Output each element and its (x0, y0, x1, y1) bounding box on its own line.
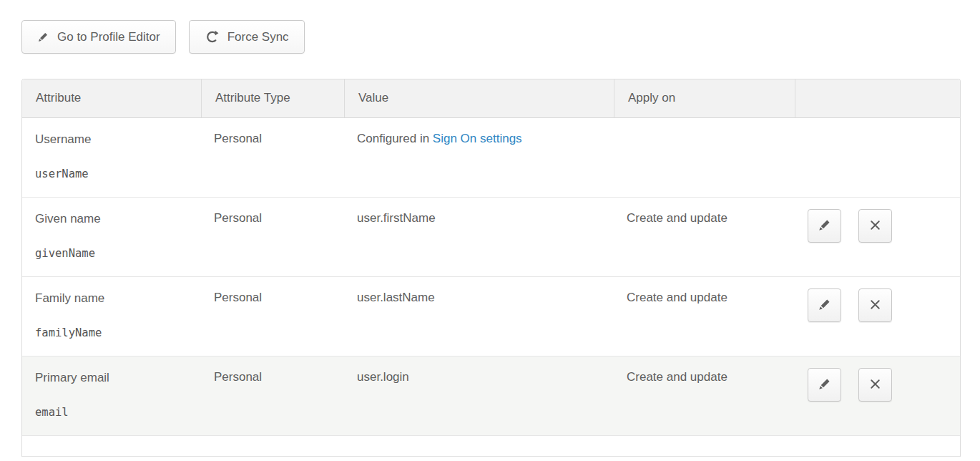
header-attribute-type: Attribute Type (201, 79, 344, 117)
edit-attribute-button[interactable] (808, 288, 841, 322)
attribute-mappings-screen: Go to Profile Editor Force Sync Attribut… (0, 0, 980, 461)
edit-attribute-button[interactable] (808, 209, 841, 243)
delete-attribute-button[interactable] (858, 368, 892, 402)
sign-on-settings-link[interactable]: Sign On settings (433, 132, 522, 145)
attribute-type-cell: Personal (201, 198, 344, 276)
attribute-cell: Family name familyName (22, 277, 201, 356)
attribute-cell: Given name givenName (22, 198, 201, 276)
edit-attribute-button[interactable] (808, 368, 841, 402)
attribute-cell: Username userName (22, 118, 201, 197)
table-row-partial (22, 436, 960, 457)
delete-attribute-button[interactable] (858, 288, 892, 322)
refresh-icon (205, 29, 220, 44)
attribute-type-cell: Personal (201, 356, 344, 435)
header-apply-on: Apply on (614, 79, 795, 117)
table-row-username: Username userName Personal Configured in… (22, 118, 960, 198)
close-icon (868, 297, 883, 314)
value-text: Configured in (357, 132, 433, 145)
attribute-label: Username (35, 132, 194, 147)
attribute-mapping-table: Attribute Attribute Type Value Apply on … (21, 79, 961, 457)
attribute-type-cell: Personal (201, 277, 344, 356)
value-cell: user.login (344, 356, 614, 435)
actions-cell (795, 277, 960, 356)
header-attribute: Attribute (22, 79, 201, 117)
value-cell: user.lastName (344, 277, 614, 356)
attribute-variable: email (35, 406, 194, 419)
value-cell: user.firstName (344, 198, 614, 276)
go-to-profile-editor-button[interactable]: Go to Profile Editor (21, 20, 176, 54)
pencil-icon (818, 297, 832, 314)
attribute-variable: userName (35, 168, 194, 180)
apply-on-cell: Create and update (614, 198, 795, 276)
actions-cell (795, 356, 960, 435)
close-icon (868, 377, 883, 394)
pencil-icon (818, 218, 832, 234)
attribute-type-cell: Personal (201, 118, 344, 197)
attribute-label: Primary email (35, 370, 194, 386)
actions-cell (795, 198, 960, 276)
apply-on-cell: Create and update (614, 277, 795, 356)
attribute-cell: Primary email email (22, 356, 201, 435)
attribute-variable: givenName (35, 247, 194, 260)
force-sync-label: Force Sync (227, 30, 289, 44)
pencil-icon (818, 377, 832, 393)
value-cell: Configured in Sign On settings (344, 118, 614, 197)
apply-on-cell: Create and update (614, 356, 795, 435)
actions-cell (795, 118, 960, 197)
header-value: Value (344, 79, 614, 117)
table-header-row: Attribute Attribute Type Value Apply on (22, 79, 960, 118)
pencil-icon (37, 31, 49, 43)
attribute-label: Given name (35, 211, 194, 227)
attribute-label: Family name (35, 291, 194, 306)
go-to-profile-editor-label: Go to Profile Editor (57, 30, 160, 44)
force-sync-button[interactable]: Force Sync (189, 20, 305, 54)
table-row-given-name: Given name givenName Personal user.first… (22, 198, 960, 277)
toolbar: Go to Profile Editor Force Sync (21, 20, 305, 54)
apply-on-cell (614, 118, 795, 197)
attribute-variable: familyName (35, 326, 194, 339)
table-row-family-name: Family name familyName Personal user.las… (22, 277, 960, 356)
table-row-primary-email: Primary email email Personal user.login … (22, 356, 960, 436)
delete-attribute-button[interactable] (858, 209, 892, 243)
close-icon (868, 218, 883, 235)
header-actions (795, 79, 960, 117)
